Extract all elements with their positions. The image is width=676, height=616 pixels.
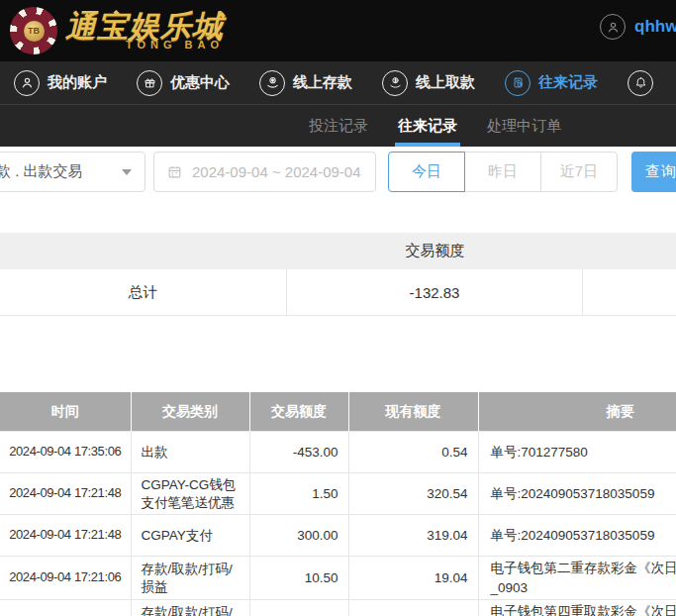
withdraw-icon xyxy=(382,70,408,96)
casino-chip-icon: TB xyxy=(17,14,50,48)
transaction-records-page: { "header": { "brand": { "chip_label": "… xyxy=(0,0,676,616)
summary-table-header: 交易额度 xyxy=(0,233,676,269)
nav-item-withdraw[interactable]: 线上取款 xyxy=(382,70,475,96)
nav-item-deposit[interactable]: 线上存款 xyxy=(259,70,352,96)
records-table-row: 2024-09-04 17:21:48CGPAY-CG钱包支付笔笔送优惠1.50… xyxy=(0,473,676,515)
summary-total-label: 总计 xyxy=(0,269,287,315)
summary-header-blank xyxy=(0,233,287,269)
summary-total-value: -132.83 xyxy=(287,269,583,315)
cell-amount: 1.50 xyxy=(249,473,348,515)
deposit-icon xyxy=(259,70,285,96)
records-column-header-0: 时间 xyxy=(0,392,131,432)
nav-item-announcement[interactable] xyxy=(628,70,653,96)
records-table-row: 2024-09-04 17:35:06出款-453.000.54单号:70127… xyxy=(0,432,676,473)
cell-type: CGPAY支付 xyxy=(131,515,249,557)
search-button[interactable]: 查询 xyxy=(631,152,676,192)
brand-text: 通宝娱乐城 TONG BAO xyxy=(65,11,224,51)
cell-time: 2024-09-04 17:21:48 xyxy=(0,515,131,557)
quick-range-button-1[interactable]: 昨日 xyxy=(464,152,541,192)
date-range-input[interactable]: 2024-09-04 ~ 2024-09-04 xyxy=(153,152,376,192)
nav-item-promotions[interactable]: 优惠中心 xyxy=(137,70,230,96)
bell-icon xyxy=(628,70,653,96)
cell-summary: 电子钱包第四重取款彩金《次日1 _0903 xyxy=(478,600,676,616)
user-account[interactable]: qhhw xyxy=(600,14,676,40)
tab-bet-records[interactable]: 投注记录 xyxy=(309,105,368,147)
records-column-header-4: 摘要 xyxy=(478,392,676,432)
nav-item-label: 线上存款 xyxy=(293,73,352,92)
content-gap xyxy=(0,316,676,392)
cell-type: 存款/取款/打码/损益 xyxy=(131,600,249,616)
date-range-value: 2024-09-04 ~ 2024-09-04 xyxy=(192,163,361,180)
nav-item-account[interactable]: 我的账户 xyxy=(14,70,107,96)
records-table-row: 2024-09-04 17:21:06存款/取款/打码/损益8.008.54电子… xyxy=(0,600,676,616)
nav-item-label: 我的账户 xyxy=(48,73,107,92)
records-icon xyxy=(505,70,531,96)
quick-range-group: 今日昨日近7日 xyxy=(388,152,618,192)
transaction-type-value: 入款 . 出款交易 xyxy=(0,162,83,181)
gift-icon xyxy=(137,70,162,96)
cell-balance: 0.54 xyxy=(348,432,478,473)
cell-amount: 8.00 xyxy=(249,600,348,616)
brand-title: 通宝娱乐城 xyxy=(65,11,224,42)
cell-balance: 319.04 xyxy=(348,515,478,557)
cell-time: 2024-09-04 17:21:48 xyxy=(0,473,131,515)
records-table-header-row: 时间交易类别交易额度现有额度摘要 xyxy=(0,392,676,432)
calendar-icon xyxy=(166,163,183,180)
cell-type: 出款 xyxy=(131,432,249,473)
tab-pending-orders[interactable]: 处理中订单 xyxy=(487,105,561,147)
cell-amount: -453.00 xyxy=(249,432,348,473)
cell-amount: 10.50 xyxy=(249,557,348,600)
nav-item-records[interactable]: 往来记录 xyxy=(505,70,598,96)
cell-amount: 300.00 xyxy=(249,515,348,557)
summary-header-amount: 交易额度 xyxy=(287,233,583,269)
cell-summary: 单号:202409053718035059 xyxy=(478,473,676,515)
main-nav: 我的账户优惠中心线上存款线上取款往来记录 xyxy=(0,61,676,105)
transaction-type-select[interactable]: 入款 . 出款交易 xyxy=(0,152,145,192)
filter-bar: 入款 . 出款交易 2024-09-04 ~ 2024-09-04 今日昨日近7… xyxy=(0,147,676,233)
chevron-down-icon xyxy=(122,169,132,175)
summary-total-blank xyxy=(583,269,676,315)
cell-time: 2024-09-04 17:21:06 xyxy=(0,557,131,600)
quick-range-button-0[interactable]: 今日 xyxy=(388,152,465,192)
records-column-header-1: 交易类别 xyxy=(131,392,249,432)
cell-balance: 8.54 xyxy=(348,600,478,616)
cell-type: CGPAY-CG钱包支付笔笔送优惠 xyxy=(131,473,249,515)
summary-header-blank-2 xyxy=(583,233,676,269)
top-bar: TB 通宝娱乐城 TONG BAO qhhw xyxy=(0,0,676,61)
summary-table: 交易额度 总计 -132.83 xyxy=(0,233,676,316)
user-avatar-icon xyxy=(600,14,626,40)
records-column-header-3: 现有额度 xyxy=(348,392,478,432)
records-table-row: 2024-09-04 17:21:48CGPAY支付300.00319.04单号… xyxy=(0,515,676,557)
chip-label: TB xyxy=(24,21,45,42)
nav-item-label: 往来记录 xyxy=(538,73,598,92)
cell-balance: 19.04 xyxy=(348,557,478,600)
records-table-row: 2024-09-04 17:21:06存款/取款/打码/损益10.5019.04… xyxy=(0,557,676,600)
cell-summary: 单号:202409053718035059 xyxy=(478,515,676,557)
nav-item-label: 优惠中心 xyxy=(170,73,230,92)
records-column-header-2: 交易额度 xyxy=(249,392,348,432)
cell-type: 存款/取款/打码/损益 xyxy=(131,557,249,600)
cell-summary: 电子钱包第二重存款彩金《次日1 _0903 xyxy=(478,557,676,600)
tab-bar: 投注记录往来记录处理中订单 xyxy=(0,105,676,147)
cell-summary: 单号:701277580 xyxy=(478,432,676,473)
quick-range-button-2[interactable]: 近7日 xyxy=(540,152,618,192)
cell-time: 2024-09-04 17:35:06 xyxy=(0,432,131,473)
records-table: 时间交易类别交易额度现有额度摘要 2024-09-04 17:35:06出款-4… xyxy=(0,392,676,616)
cell-balance: 320.54 xyxy=(348,473,478,515)
nav-item-label: 线上取款 xyxy=(416,73,475,92)
summary-total-row: 总计 -132.83 xyxy=(0,269,676,316)
user-icon xyxy=(14,70,40,96)
cell-time: 2024-09-04 17:21:06 xyxy=(0,600,131,616)
brand-logo[interactable]: TB xyxy=(10,7,57,54)
tab-transactions[interactable]: 往来记录 xyxy=(398,105,457,147)
username[interactable]: qhhw xyxy=(634,17,676,37)
